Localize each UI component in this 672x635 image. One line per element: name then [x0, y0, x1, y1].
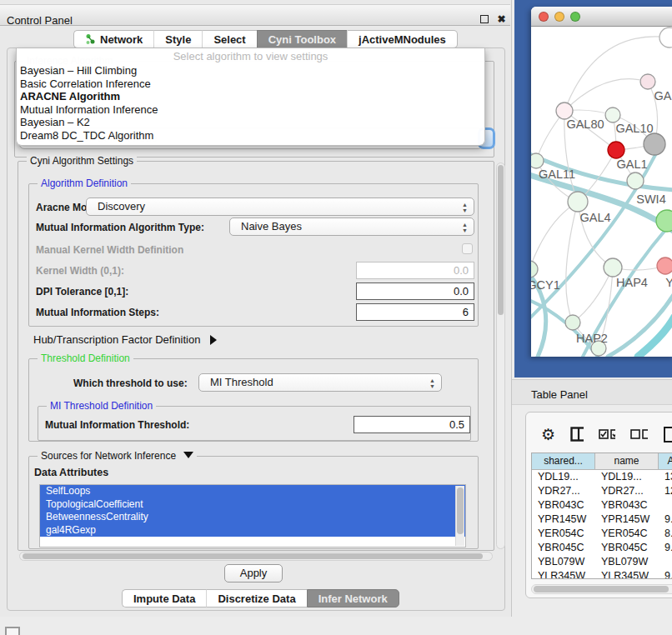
table-row[interactable]: YBR043CYBR043C — [532, 498, 672, 512]
data-attribute-item[interactable]: BetweennessCentrality — [40, 511, 465, 524]
network-window-titlebar[interactable] — [531, 7, 672, 27]
deselect-all-checkbox-icon[interactable] — [630, 429, 648, 439]
network-node-gal4[interactable] — [568, 192, 588, 212]
dpi-tolerance-label: DPI Tolerance [0,1]: — [36, 286, 128, 298]
network-node[interactable] — [659, 28, 672, 48]
tab-cyni-toolbox[interactable]: Cyni Toolbox — [257, 30, 347, 48]
network-node-label: GAL10 — [615, 122, 653, 135]
network-node-gal11[interactable] — [531, 153, 544, 168]
network-node-swi4[interactable] — [627, 172, 644, 189]
network-node-label: GAL — [654, 89, 672, 102]
algorithm-option[interactable]: ARACNE Algorithm — [17, 90, 484, 103]
network-node-gal1[interactable] — [608, 142, 624, 158]
settings-horizontal-scrollbar[interactable] — [19, 552, 493, 561]
algorithm-definition-legend: Algorithm Definition — [38, 178, 131, 189]
network-node-label: GAL1 — [616, 158, 647, 171]
table-cell — [659, 498, 672, 512]
table-row[interactable]: YDR27...YDR27...12 — [532, 484, 672, 498]
column-layout-icon[interactable] — [570, 427, 584, 442]
network-node-label: GAL4 — [579, 211, 610, 224]
tab-network[interactable]: Network — [73, 30, 153, 48]
data-attribute-item[interactable]: SelfLoops — [40, 485, 465, 498]
network-node[interactable] — [644, 133, 665, 155]
network-node-gal[interactable] — [640, 74, 655, 89]
tab-infer-network[interactable]: Infer Network — [307, 589, 399, 608]
network-icon — [85, 33, 96, 45]
mi-algorithm-type-combobox[interactable]: Naive Bayes ▲▼ — [229, 218, 474, 236]
close-traffic-light-icon[interactable] — [539, 12, 549, 22]
table-cell: YLR345W — [595, 569, 659, 579]
algorithm-option[interactable]: Basic Correlation Inference — [17, 78, 484, 91]
table-row[interactable]: YBR045CYBR045C9. — [532, 541, 672, 555]
dpi-tolerance-field[interactable]: 0.0 — [356, 282, 474, 300]
network-node-y[interactable] — [657, 258, 672, 274]
apply-button[interactable]: Apply — [224, 564, 283, 582]
data-attributes-list[interactable]: SelfLoopsTopologicalCoefficientBetweenne… — [39, 484, 466, 548]
table-row[interactable]: YDL19...YDL19...13 — [532, 470, 672, 484]
table-cell: YDR27... — [595, 484, 659, 498]
manual-kernel-width-checkbox[interactable] — [462, 243, 473, 254]
algorithm-option[interactable]: Dream8 DC_TDC Algorithm — [17, 129, 484, 142]
tab-select[interactable]: Select — [202, 30, 256, 48]
table-row[interactable]: YPR145WYPR145W9. — [532, 512, 672, 527]
algorithm-option[interactable]: Bayesian – K2 — [17, 116, 484, 129]
aracne-mode-combobox[interactable]: Discovery ▲▼ — [86, 198, 474, 216]
network-node[interactable] — [656, 210, 672, 232]
table-row[interactable]: YBL079WYBL079W — [532, 555, 672, 569]
combo-stepper-icon: ▲▼ — [461, 222, 469, 233]
network-node-gal80[interactable] — [556, 102, 573, 119]
network-edge-highlighted[interactable] — [608, 293, 672, 357]
close-icon[interactable]: ✖ — [496, 14, 507, 25]
network-node-hap4[interactable] — [604, 258, 622, 277]
window-restore-icon[interactable] — [5, 627, 20, 635]
combo-stepper-icon: ▲▼ — [461, 202, 469, 213]
table-horizontal-scrollbar[interactable] — [531, 584, 672, 594]
threshold-definition-group: Threshold Definition Which threshold to … — [28, 358, 479, 442]
table-panel-titlebar[interactable]: Table Panel — [512, 379, 672, 405]
table-column-header[interactable]: shared... — [532, 453, 595, 470]
table-row[interactable]: YLR345WYLR345W9. — [532, 569, 672, 579]
document-icon[interactable] — [663, 426, 672, 442]
table-column-header[interactable]: name — [595, 453, 659, 470]
minimize-traffic-light-icon[interactable] — [554, 12, 564, 22]
mi-steps-field[interactable]: 6 — [356, 303, 474, 321]
tab-jactivemnodules[interactable]: jActiveMNodules — [347, 30, 458, 48]
table-cell — [659, 555, 672, 569]
network-node-gcy1[interactable] — [531, 261, 538, 278]
hub-definition-expander[interactable]: Hub/Transcription Factor Definition — [33, 333, 217, 346]
sources-legend[interactable]: Sources for Network Inference — [38, 450, 197, 462]
settings-gear-icon[interactable]: ⚙ — [541, 425, 555, 444]
table-row[interactable]: YER054CYER054C8. — [532, 527, 672, 541]
network-node-hap2[interactable] — [565, 315, 580, 330]
table-cell: 9. — [659, 541, 672, 555]
tab-impute-data[interactable]: Impute Data — [122, 589, 206, 608]
tab-discretize-data[interactable]: Discretize Data — [206, 589, 306, 608]
table-cell: YBL079W — [532, 555, 595, 569]
table-cell: YER054C — [595, 527, 659, 541]
expander-expanded-icon — [183, 452, 193, 458]
tab-style[interactable]: Style — [153, 30, 202, 48]
table-column-header[interactable]: A — [659, 453, 672, 470]
network-edge-highlighted[interactable] — [638, 317, 672, 357]
data-attribute-item[interactable]: gal4RGexp — [40, 524, 465, 538]
control-panel-titlebar[interactable]: Control Panel ✖ — [0, 4, 510, 26]
float-window-icon[interactable] — [480, 15, 489, 23]
node-table[interactable]: shared...nameAYDL19...YDL19...13YDR27...… — [531, 452, 672, 579]
select-all-checkbox-icon[interactable] — [599, 429, 616, 439]
attributes-scrollbar[interactable] — [455, 486, 464, 546]
algorithm-option[interactable]: Bayesian – Hill Climbing — [17, 64, 484, 78]
which-threshold-combobox[interactable]: MI Threshold ▲▼ — [198, 373, 442, 392]
algorithm-option[interactable]: Mutual Information Inference — [17, 103, 484, 117]
settings-vertical-scrollbar[interactable] — [496, 162, 505, 549]
cyni-bottom-tabs: Impute DataDiscretize DataInfer Network — [122, 589, 399, 608]
table-cell: YPR145W — [595, 512, 659, 527]
mi-threshold-field[interactable]: 0.5 — [354, 416, 470, 433]
network-edge[interactable] — [566, 202, 578, 322]
kernel-width-field[interactable]: 0.0 — [356, 262, 474, 279]
network-canvas[interactable]: GALGAL80GAL10GAL1GAL11SWI4GAL4GCY1HAP4YH… — [531, 27, 672, 357]
zoom-traffic-light-icon[interactable] — [570, 12, 580, 22]
cyni-algorithm-settings-legend: Cyni Algorithm Settings — [27, 155, 137, 167]
data-attribute-item[interactable]: TopologicalCoefficient — [40, 498, 465, 512]
network-node-gal10[interactable] — [605, 108, 620, 122]
algorithm-dropdown-popup: Select algorithm to view settings Bayesi… — [16, 48, 485, 146]
